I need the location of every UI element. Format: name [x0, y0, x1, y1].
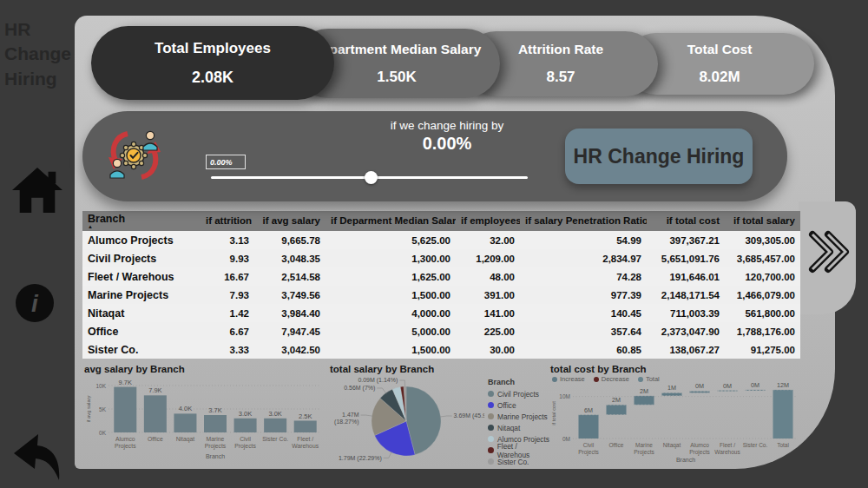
table-cell[interactable]: 1,625.00: [326, 272, 456, 282]
table-row[interactable]: Alumco Projects3.139,665.785,625.0032.00…: [82, 231, 800, 249]
bar[interactable]: [114, 387, 136, 432]
table-row[interactable]: Nitaqat1.423,984.404,000.00141.00140.457…: [82, 304, 800, 322]
info-button[interactable]: i: [15, 283, 55, 326]
table-cell[interactable]: 1,788,176.00: [725, 326, 800, 337]
next-page-chevron-icon[interactable]: [807, 228, 851, 276]
column-header[interactable]: if total salary: [725, 215, 800, 226]
table-cell[interactable]: 357.64: [520, 326, 647, 337]
waterfall-bar[interactable]: [718, 391, 738, 392]
waterfall-total-bar[interactable]: [773, 390, 793, 439]
waterfall-bar[interactable]: [607, 405, 627, 414]
kpi-total-employees[interactable]: Total Employees 2.08K: [91, 26, 334, 100]
table-cell[interactable]: 138,067.27: [647, 345, 725, 355]
table-cell[interactable]: 711,003.39: [647, 308, 725, 319]
table-cell[interactable]: 32.00: [456, 235, 520, 246]
table-cell[interactable]: 91,275.00: [725, 345, 800, 355]
branch-cell[interactable]: Sister Co.: [82, 344, 201, 356]
table-cell[interactable]: 977.39: [520, 290, 647, 300]
table-cell[interactable]: 9.93: [201, 254, 254, 264]
table-cell[interactable]: 5,651,091.76: [647, 254, 725, 264]
legend-item[interactable]: Nitaqat: [488, 422, 549, 433]
column-header[interactable]: if avg salary: [254, 215, 326, 226]
table-cell[interactable]: 74.28: [520, 272, 647, 282]
branch-cell[interactable]: Marine Projects: [82, 289, 201, 301]
table-cell[interactable]: 561,800.00: [725, 308, 800, 319]
waterfall-bar[interactable]: [746, 390, 766, 391]
legend-item[interactable]: Increase: [552, 375, 585, 383]
table-cell[interactable]: 1.42: [201, 308, 254, 319]
bar[interactable]: [264, 419, 286, 432]
column-header[interactable]: if salary Penetration Ratio: [520, 215, 647, 226]
bar[interactable]: [174, 413, 196, 432]
legend-item[interactable]: Civil Projects: [488, 388, 549, 399]
table-cell[interactable]: 54.99: [520, 235, 647, 246]
column-header[interactable]: if employees: [456, 215, 520, 226]
table-cell[interactable]: 7.93: [201, 290, 254, 300]
legend-item[interactable]: Fleet / Warehous: [488, 445, 549, 456]
back-button[interactable]: [7, 432, 64, 488]
table-cell[interactable]: 309,305.00: [725, 235, 800, 246]
waterfall-bar[interactable]: [579, 415, 599, 439]
table-cell[interactable]: 60.85: [520, 345, 647, 355]
table-cell[interactable]: 3,749.56: [254, 290, 326, 300]
table-cell[interactable]: 225.00: [456, 326, 520, 337]
waterfall-bar[interactable]: [635, 396, 654, 405]
column-header[interactable]: if total cost: [647, 215, 725, 226]
branch-cell[interactable]: Civil Projects: [82, 253, 201, 265]
home-button[interactable]: [10, 165, 64, 219]
table-cell[interactable]: 7,947.45: [254, 326, 326, 337]
table-row[interactable]: Office6.677,947.455,000.00225.00357.642,…: [82, 322, 800, 340]
table-cell[interactable]: 5,625.00: [326, 235, 456, 246]
table-cell[interactable]: 2,148,171.54: [647, 290, 725, 300]
table-cell[interactable]: 397,367.21: [647, 235, 725, 246]
table-cell[interactable]: 6.67: [201, 326, 254, 337]
table-cell[interactable]: 48.00: [456, 272, 520, 282]
branch-cell[interactable]: Alumco Projects: [82, 234, 201, 247]
table-cell[interactable]: 1,300.00: [326, 254, 456, 264]
table-cell[interactable]: 5,000.00: [326, 326, 456, 337]
hiring-percent-input[interactable]: [206, 155, 246, 169]
table-cell[interactable]: 3,048.35: [254, 254, 326, 264]
table-row[interactable]: Marine Projects7.933,749.561,500.00391.0…: [82, 286, 800, 304]
branch-cell[interactable]: Fleet / Warehous: [82, 271, 201, 283]
column-header[interactable]: if attrition %: [201, 215, 254, 226]
column-header[interactable]: if Deparment Median Salary: [326, 215, 456, 226]
table-cell[interactable]: 3.13: [201, 235, 254, 246]
table-cell[interactable]: 3,042.50: [254, 345, 326, 355]
table-cell[interactable]: 191,646.01: [647, 272, 725, 282]
table-cell[interactable]: 4,000.00: [326, 308, 456, 319]
legend-item[interactable]: Marine Projects: [488, 411, 549, 422]
table-cell[interactable]: 3,685,457.00: [725, 254, 800, 264]
table-cell[interactable]: 1,466,079.00: [725, 290, 800, 300]
table-cell[interactable]: 1,500.00: [326, 290, 456, 300]
table-cell[interactable]: 3.33: [201, 345, 254, 355]
legend-item[interactable]: Decrease: [594, 375, 629, 383]
table-cell[interactable]: 2,514.58: [254, 272, 326, 282]
table-cell[interactable]: 1,500.00: [326, 345, 456, 355]
bar[interactable]: [144, 395, 167, 432]
table-cell[interactable]: 141.00: [456, 308, 520, 319]
table-row[interactable]: Civil Projects9.933,048.351,300.001,209.…: [82, 249, 800, 267]
branch-cell[interactable]: Nitaqat: [82, 307, 201, 320]
table-cell[interactable]: 2,834.97: [520, 254, 647, 264]
bar[interactable]: [294, 421, 317, 433]
table-cell[interactable]: 1,209.00: [456, 254, 520, 264]
waterfall-bar[interactable]: [690, 391, 710, 392]
table-cell[interactable]: 2,373,047.90: [647, 326, 725, 337]
hiring-slider[interactable]: [211, 170, 528, 184]
table-cell[interactable]: 9,665.78: [254, 235, 326, 246]
table-cell[interactable]: 30.00: [456, 345, 520, 355]
legend-item[interactable]: Total: [638, 375, 660, 383]
table-cell[interactable]: 16.67: [201, 272, 254, 282]
table-row[interactable]: Fleet / Warehous16.672,514.581,625.0048.…: [82, 267, 800, 286]
column-header[interactable]: Branch▲: [82, 214, 201, 228]
bar[interactable]: [234, 419, 257, 432]
branch-cell[interactable]: Office: [82, 326, 201, 338]
table-cell[interactable]: 391.00: [456, 290, 520, 300]
waterfall-bar[interactable]: [662, 392, 682, 395]
table-cell[interactable]: 3,984.40: [254, 308, 326, 319]
table-row[interactable]: Sister Co.3.333,042.501,500.0030.0060.85…: [82, 340, 800, 359]
hr-change-hiring-button[interactable]: HR Change Hiring: [565, 129, 753, 184]
slider-thumb[interactable]: [365, 171, 378, 184]
bar[interactable]: [204, 415, 227, 432]
